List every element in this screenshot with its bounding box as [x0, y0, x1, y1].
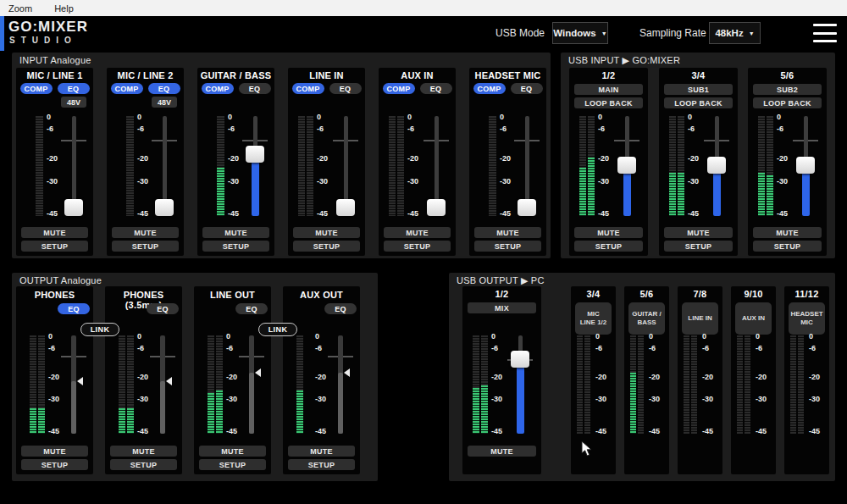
meter-scale-label: -20: [226, 373, 237, 381]
setup-button[interactable]: SETUP: [112, 241, 179, 252]
comp-button[interactable]: COMP: [111, 83, 143, 94]
sub1-button[interactable]: SUB1: [664, 84, 733, 95]
setup-button[interactable]: SETUP: [21, 241, 88, 252]
mute-button[interactable]: MUTE: [753, 227, 822, 238]
setup-button[interactable]: SETUP: [288, 459, 355, 470]
eq-button[interactable]: EQ: [235, 303, 268, 314]
comp-button[interactable]: COMP: [473, 83, 506, 94]
meter-scale-label: -30: [317, 177, 328, 186]
meter-column: [119, 335, 125, 434]
meter-fill: [669, 173, 676, 216]
mute-button[interactable]: MUTE: [110, 446, 177, 457]
mute-button[interactable]: MUTE: [21, 227, 88, 238]
mix-button[interactable]: MIX: [468, 302, 536, 313]
setup-button[interactable]: SETUP: [753, 241, 822, 252]
sub2-button[interactable]: SUB2: [753, 84, 822, 95]
meter-scale-label: -6: [137, 125, 144, 133]
eq-button[interactable]: EQ: [239, 83, 271, 94]
eq-button[interactable]: EQ: [58, 83, 90, 94]
fader-handle[interactable]: [796, 157, 815, 174]
meter-scale-label: -45: [688, 209, 699, 218]
meter-scale-label: -20: [595, 373, 606, 381]
main-button[interactable]: MAIN: [574, 84, 643, 95]
level-meter: 0-6-20-30-45: [107, 116, 184, 216]
fader-handle[interactable]: [617, 157, 636, 174]
mute-button[interactable]: MUTE: [21, 446, 88, 457]
meter-column: [208, 335, 214, 434]
fader-fill: [517, 364, 524, 434]
meter-scale-label: -20: [137, 154, 148, 163]
fader-handle[interactable]: [511, 351, 529, 368]
phantom-power-button[interactable]: 48V: [152, 97, 177, 108]
mute-button[interactable]: MUTE: [199, 446, 266, 457]
mute-button[interactable]: MUTE: [384, 227, 451, 238]
setup-button[interactable]: SETUP: [293, 241, 360, 252]
loop-back-button[interactable]: LOOP BACK: [664, 97, 733, 108]
strip-title: AUX IN: [379, 70, 456, 80]
setup-button[interactable]: SETUP: [110, 459, 177, 470]
fader-handle[interactable]: [707, 157, 726, 174]
eq-button[interactable]: EQ: [329, 83, 362, 94]
comp-button[interactable]: COMP: [202, 83, 234, 94]
fader-handle[interactable]: [64, 199, 83, 216]
link-button[interactable]: LINK: [258, 323, 297, 336]
strip-9-10: 9/10AUX IN0-6-20-30-45: [731, 286, 776, 474]
panel-usb-input-go-mixer: USB INPUT ▶ GO:MIXER1/2MAINLOOP BACK0-6-…: [561, 53, 835, 258]
link-button[interactable]: LINK: [80, 323, 119, 336]
loop-back-button[interactable]: LOOP BACK: [574, 97, 643, 108]
mute-button[interactable]: MUTE: [468, 446, 536, 457]
strip-title: 5/6: [624, 289, 669, 299]
meter-scale-label: -30: [407, 177, 418, 186]
fader-handle[interactable]: [155, 199, 174, 216]
comp-button[interactable]: COMP: [20, 83, 53, 94]
meter-column: [389, 116, 396, 216]
fader-handle[interactable]: [518, 199, 536, 216]
setup-button[interactable]: SETUP: [574, 241, 643, 252]
mute-button[interactable]: MUTE: [664, 227, 733, 238]
mute-button[interactable]: MUTE: [202, 227, 269, 238]
strip-title: AUX OUT: [283, 290, 360, 300]
eq-button[interactable]: EQ: [148, 83, 180, 94]
mute-button[interactable]: MUTE: [474, 227, 541, 238]
sampling-rate-select[interactable]: 48kHz ▼: [709, 22, 761, 44]
usb-mode-select[interactable]: Windows ▼: [552, 22, 608, 44]
menu-item-help[interactable]: Help: [54, 3, 74, 14]
setup-button[interactable]: SETUP: [202, 241, 269, 252]
meter-column: [669, 116, 676, 216]
app-header: GO:MIXER STUDIO USB Mode Windows ▼ Sampl…: [0, 16, 847, 51]
strip-phones-3-5mm: PHONES (3.5mm)EQ0-6-20-30-45MUTESETUP: [105, 286, 182, 474]
eq-button[interactable]: EQ: [58, 303, 90, 314]
eq-button[interactable]: EQ: [324, 303, 357, 314]
fader-fill: [713, 170, 721, 216]
setup-button[interactable]: SETUP: [21, 459, 88, 470]
setup-button[interactable]: SETUP: [664, 241, 733, 252]
strip-buttons: COMPEQ: [379, 83, 456, 94]
mute-button[interactable]: MUTE: [288, 446, 355, 457]
output-level-fill: [249, 373, 254, 434]
meter-fill: [217, 168, 224, 216]
mute-button[interactable]: MUTE: [112, 227, 179, 238]
phantom-power-button[interactable]: 48V: [61, 97, 86, 108]
fader-handle[interactable]: [246, 146, 264, 163]
source-label-line: MIC: [800, 318, 813, 327]
fader-handle[interactable]: [427, 199, 446, 216]
meter-column: [217, 116, 224, 216]
setup-button[interactable]: SETUP: [384, 241, 451, 252]
strip-title: 9/10: [731, 289, 776, 299]
eq-button[interactable]: EQ: [147, 303, 179, 314]
menu-item-zoom[interactable]: Zoom: [8, 3, 32, 14]
eq-button[interactable]: EQ: [511, 83, 543, 94]
fader-handle[interactable]: [336, 199, 355, 216]
setup-button[interactable]: SETUP: [199, 459, 266, 470]
comp-button[interactable]: COMP: [292, 83, 324, 94]
loop-back-button[interactable]: LOOP BACK: [753, 97, 822, 108]
level-meter: 0-6-20-30-45: [469, 116, 546, 216]
mute-button[interactable]: MUTE: [574, 227, 643, 238]
meter-scale-label: 0: [47, 113, 51, 121]
hamburger-menu-icon[interactable]: [813, 24, 837, 42]
eq-button[interactable]: EQ: [420, 83, 452, 94]
comp-button[interactable]: COMP: [383, 83, 415, 94]
source-label-guitar-bass: GUITAR /BASS: [628, 302, 665, 335]
setup-button[interactable]: SETUP: [474, 241, 541, 252]
mute-button[interactable]: MUTE: [293, 227, 360, 238]
